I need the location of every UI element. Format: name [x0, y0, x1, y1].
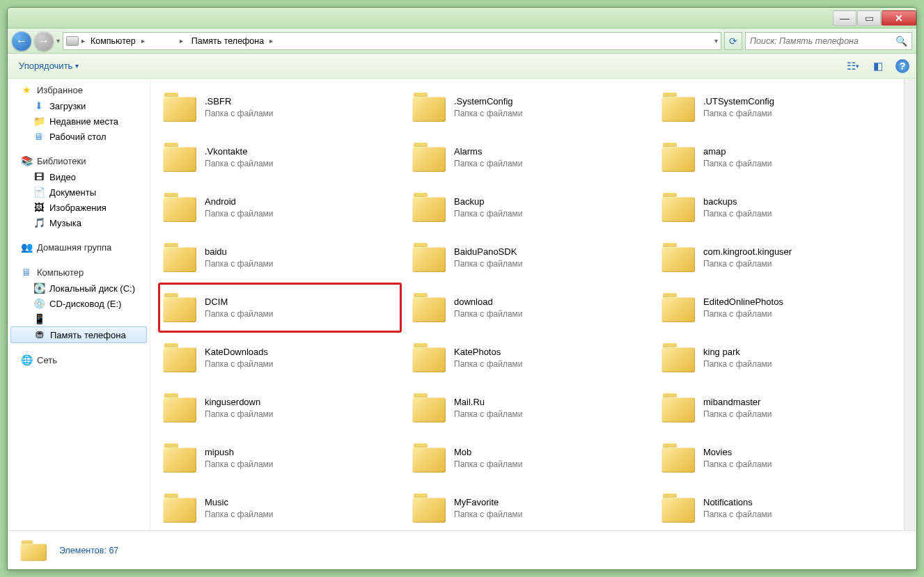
- scrollbar[interactable]: [904, 79, 916, 530]
- view-options-button[interactable]: ☷▾: [845, 58, 861, 74]
- folder-icon: [661, 493, 695, 523]
- folder-type: Папка с файлами: [703, 409, 772, 420]
- folder-icon: [163, 493, 196, 523]
- sidebar-item-documents[interactable]: 📄Документы: [8, 184, 150, 200]
- folder-item[interactable]: .UTSystemConfigПапка с файлами: [657, 83, 900, 132]
- folder-item[interactable]: AndroidПапка с файлами: [159, 183, 401, 232]
- video-icon: 🎞: [33, 171, 45, 182]
- toolbar: Упорядочить ▾ ☷▾ ◧ ?: [8, 54, 916, 79]
- folder-item[interactable]: BaiduPanoSDKПапка с файлами: [408, 233, 650, 282]
- folder-name: Notifications: [703, 496, 772, 509]
- search-box[interactable]: 🔍: [745, 32, 912, 50]
- navbar: ← → ▾ ▸ Компьютер▸ ▸ Память телефона▸ ▾ …: [8, 29, 916, 54]
- folder-item[interactable]: DCIMПапка с файлами: [159, 283, 401, 332]
- star-icon: ★: [20, 84, 33, 95]
- folder-item[interactable]: MoviesПапка с файлами: [657, 434, 900, 482]
- folder-item[interactable]: EditedOnlinePhotosПапка с файлами: [657, 283, 900, 332]
- folder-item[interactable]: NotificationsПапка с файлами: [657, 484, 900, 530]
- sidebar-item-local-disk[interactable]: 💽Локальный диск (C:): [8, 280, 150, 296]
- sidebar-network-header[interactable]: 🌐Сеть: [8, 353, 150, 368]
- folder-item[interactable]: AlarmsПапка с файлами: [408, 133, 650, 182]
- chevron-down-icon: ▾: [75, 62, 79, 70]
- sidebar-item-downloads[interactable]: ⬇Загрузки: [8, 98, 150, 113]
- sidebar-item-recent[interactable]: 📁Недавние места: [8, 113, 150, 129]
- folder-item[interactable]: MobПапка с файлами: [408, 434, 650, 482]
- folder-type: Папка с файлами: [205, 158, 274, 169]
- organize-button[interactable]: Упорядочить ▾: [15, 58, 83, 74]
- nav-history-dropdown[interactable]: ▾: [56, 37, 60, 45]
- folder-type: Папка с файлами: [454, 258, 523, 269]
- folder-item[interactable]: backupsПапка с файлами: [657, 183, 900, 232]
- folder-item[interactable]: mipushПапка с файлами: [159, 434, 401, 482]
- folder-type: Папка с файлами: [205, 258, 274, 269]
- folder-item[interactable]: .VkontakteПапка с файлами: [159, 133, 401, 182]
- folder-type: Папка с файлами: [205, 108, 274, 119]
- folder-item[interactable]: king parkПапка с файлами: [657, 333, 900, 382]
- download-icon: ⬇: [33, 100, 45, 111]
- folder-item[interactable]: MusicПапка с файлами: [159, 484, 401, 530]
- sidebar-item-device[interactable]: 📱: [8, 311, 150, 326]
- folder-item[interactable]: com.kingroot.kinguserПапка с файлами: [657, 233, 900, 282]
- folder-item[interactable]: downloadПапка с файлами: [408, 283, 650, 332]
- search-icon[interactable]: 🔍: [895, 35, 907, 47]
- close-button[interactable]: ✕: [882, 10, 916, 26]
- back-button[interactable]: ←: [12, 31, 31, 51]
- folder-item[interactable]: .SystemConfigПапка с файлами: [408, 83, 650, 132]
- folder-name: mibandmaster: [703, 396, 772, 409]
- sidebar-item-video[interactable]: 🎞Видео: [8, 169, 150, 184]
- folder-item[interactable]: KateDownloadsПапка с файлами: [159, 333, 401, 382]
- folder-item[interactable]: MyFavoriteПапка с файлами: [408, 484, 650, 530]
- folder-icon: [163, 243, 196, 272]
- sidebar-favorites-header[interactable]: ★Избранное: [8, 83, 150, 98]
- folder-item[interactable]: kinguserdownПапка с файлами: [159, 384, 401, 432]
- sidebar: ★Избранное ⬇Загрузки 📁Недавние места 🖥Ра…: [8, 79, 150, 530]
- folder-name: KatePhotos: [454, 346, 523, 358]
- breadcrumb-computer[interactable]: Компьютер▸: [88, 36, 148, 46]
- refresh-button[interactable]: ⟳: [724, 32, 742, 50]
- sidebar-homegroup-header[interactable]: 👥Домашняя группа: [8, 240, 150, 255]
- folder-type: Папка с файлами: [703, 459, 772, 470]
- sidebar-item-images[interactable]: 🖼Изображения: [8, 200, 150, 215]
- breadcrumb-phone-memory[interactable]: Память телефона▸: [189, 36, 276, 46]
- folder-item[interactable]: BackupПапка с файлами: [408, 183, 650, 232]
- folder-type: Папка с файлами: [703, 509, 772, 520]
- folder-icon: [412, 243, 446, 272]
- folder-type: Папка с файлами: [205, 459, 274, 470]
- folder-type: Папка с файлами: [205, 208, 274, 219]
- sidebar-libraries-header[interactable]: 📚Библиотеки: [8, 154, 150, 169]
- folder-item[interactable]: amapПапка с файлами: [657, 133, 900, 182]
- folder-name: backups: [703, 196, 772, 208]
- forward-button[interactable]: →: [34, 31, 54, 51]
- address-dropdown[interactable]: ▾: [714, 37, 718, 45]
- folder-icon: [412, 193, 446, 222]
- folder-item[interactable]: mibandmasterПапка с файлами: [657, 384, 900, 432]
- maximize-button[interactable]: ▭: [857, 10, 881, 26]
- folder-icon: [661, 193, 695, 222]
- sidebar-computer-header[interactable]: 🖥Компьютер: [8, 265, 150, 280]
- sidebar-item-cd-drive[interactable]: 💿CD-дисковод (E:): [8, 296, 150, 311]
- folder-icon: [412, 143, 446, 172]
- folder-item[interactable]: Mail.RuПапка с файлами: [408, 384, 650, 432]
- address-bar[interactable]: ▸ Компьютер▸ ▸ Память телефона▸ ▾: [63, 32, 721, 50]
- folder-icon: [661, 343, 695, 372]
- folder-name: download: [454, 296, 523, 308]
- folder-type: Папка с файлами: [454, 208, 523, 219]
- sidebar-item-phone-memory[interactable]: ⛃Память телефона: [10, 326, 147, 343]
- breadcrumb-device[interactable]: ▸: [150, 37, 186, 45]
- search-input[interactable]: [750, 36, 891, 46]
- folder-item[interactable]: KatePhotosПапка с файлами: [408, 333, 650, 382]
- folder-item[interactable]: .SBFRПапка с файлами: [159, 83, 401, 132]
- minimize-button[interactable]: —: [833, 10, 856, 26]
- folder-name: DCIM: [205, 296, 274, 308]
- sidebar-item-desktop[interactable]: 🖥Рабочий стол: [8, 129, 150, 144]
- drive-icon: [66, 36, 79, 46]
- sidebar-item-music[interactable]: 🎵Музыка: [8, 215, 150, 230]
- file-grid: .SBFRПапка с файлами.SystemConfigПапка с…: [150, 79, 904, 530]
- folder-item[interactable]: baiduПапка с файлами: [159, 233, 401, 282]
- preview-pane-button[interactable]: ◧: [870, 58, 886, 74]
- explorer-window: — ▭ ✕ ← → ▾ ▸ Компьютер▸ ▸ Память телефо…: [7, 7, 917, 570]
- chevron-right-icon[interactable]: ▸: [81, 37, 85, 45]
- help-button[interactable]: ?: [895, 59, 909, 73]
- folder-name: .SystemConfig: [454, 95, 523, 108]
- folder-icon: 📁: [33, 116, 45, 127]
